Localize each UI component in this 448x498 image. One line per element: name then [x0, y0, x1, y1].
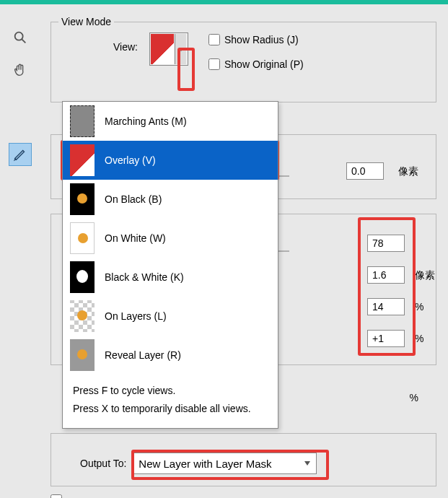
view-thumbnail-dropdown[interactable]	[149, 32, 188, 66]
magnifier-icon	[12, 30, 28, 45]
view-dropdown-panel: Marching Ants (M) Overlay (V) On Black (…	[62, 101, 278, 429]
contrast-unit: %	[415, 301, 423, 313]
dd-item-label: Overlay (V)	[105, 154, 156, 166]
shift-edge-input[interactable]	[367, 330, 405, 347]
amount-unit: %	[410, 392, 418, 403]
view-label: View:	[113, 41, 138, 53]
tools-column	[9, 26, 35, 166]
black-white-icon	[70, 261, 95, 293]
overlay-icon	[70, 144, 95, 176]
dd-item-label: Reveal Layer (R)	[105, 349, 181, 361]
show-radius-input[interactable]	[208, 34, 220, 45]
view-mode-group: View Mode View: Show Radius (J) Show Ori…	[50, 22, 436, 102]
on-white-icon	[70, 222, 95, 254]
marching-ants-icon	[70, 105, 95, 137]
zoom-tool[interactable]	[9, 26, 32, 49]
show-original-checkbox[interactable]: Show Original (P)	[208, 58, 304, 70]
dd-item-on-white[interactable]: On White (W)	[63, 219, 278, 258]
dd-item-on-layers[interactable]: On Layers (L)	[63, 297, 278, 336]
chevron-down-icon	[304, 461, 310, 466]
dd-item-on-black[interactable]: On Black (B)	[63, 180, 278, 219]
dd-item-label: On Layers (L)	[105, 310, 167, 322]
shift-edge-unit: %	[415, 333, 423, 344]
show-original-input[interactable]	[208, 58, 220, 70]
radius-input[interactable]	[346, 162, 384, 180]
view-mode-legend: View Mode	[58, 16, 114, 27]
dd-item-marching-ants[interactable]: Marching Ants (M)	[63, 102, 278, 141]
dd-item-black-white[interactable]: Black & White (K)	[63, 258, 278, 297]
dd-item-label: Black & White (K)	[105, 271, 184, 283]
show-original-label: Show Original (P)	[224, 58, 304, 70]
svg-line-1	[22, 39, 25, 43]
contrast-input[interactable]	[367, 298, 405, 315]
radius-unit: 像素	[398, 165, 418, 178]
footer-line-2: Press X to temporarily disable all views…	[73, 400, 268, 418]
smooth-input[interactable]	[367, 235, 405, 252]
feather-unit: 像素	[415, 269, 435, 282]
chevron-down-icon	[175, 34, 186, 64]
dd-item-label: On White (W)	[105, 232, 166, 244]
brush-icon	[12, 147, 28, 162]
bottom-checkbox[interactable]	[48, 492, 64, 498]
output-to-value: New Layer with Layer Mask	[139, 458, 271, 470]
feather-input[interactable]	[367, 266, 405, 284]
bottom-checkbox-input[interactable]	[50, 494, 62, 498]
dd-item-label: On Black (B)	[105, 193, 162, 205]
reveal-layer-icon	[70, 339, 95, 371]
dd-item-reveal-layer[interactable]: Reveal Layer (R)	[63, 336, 278, 375]
dropdown-footer: Press F to cycle views. Press X to tempo…	[63, 375, 278, 428]
show-radius-checkbox[interactable]: Show Radius (J)	[208, 34, 299, 45]
output-to-select[interactable]: New Layer with Layer Mask	[132, 453, 317, 474]
dd-item-overlay[interactable]: Overlay (V)	[63, 141, 278, 180]
show-radius-label: Show Radius (J)	[224, 34, 299, 45]
dd-item-label: Marching Ants (M)	[105, 115, 187, 127]
overlay-thumb-icon	[151, 34, 174, 64]
hand-tool[interactable]	[9, 59, 32, 82]
output-group: % Output To: New Layer with Layer Mask	[50, 433, 436, 486]
hand-icon	[12, 63, 28, 79]
footer-line-1: Press F to cycle views.	[73, 382, 268, 400]
output-to-label: Output To:	[80, 458, 126, 469]
refine-edge-brush-tool[interactable]	[9, 143, 32, 166]
svg-point-0	[15, 32, 23, 40]
on-black-icon	[70, 183, 95, 215]
on-layers-icon	[70, 300, 95, 332]
